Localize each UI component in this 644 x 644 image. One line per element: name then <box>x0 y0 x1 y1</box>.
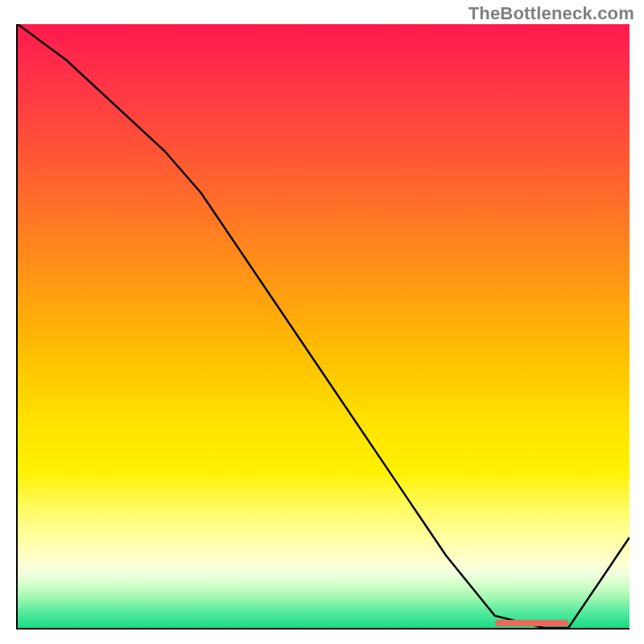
curve-svg <box>18 24 630 628</box>
optimal-range-marker <box>495 620 568 626</box>
chart-container: TheBottleneck.com <box>0 0 644 644</box>
bottleneck-curve-path <box>18 24 630 628</box>
plot-area <box>16 24 630 630</box>
watermark-text: TheBottleneck.com <box>469 3 634 24</box>
